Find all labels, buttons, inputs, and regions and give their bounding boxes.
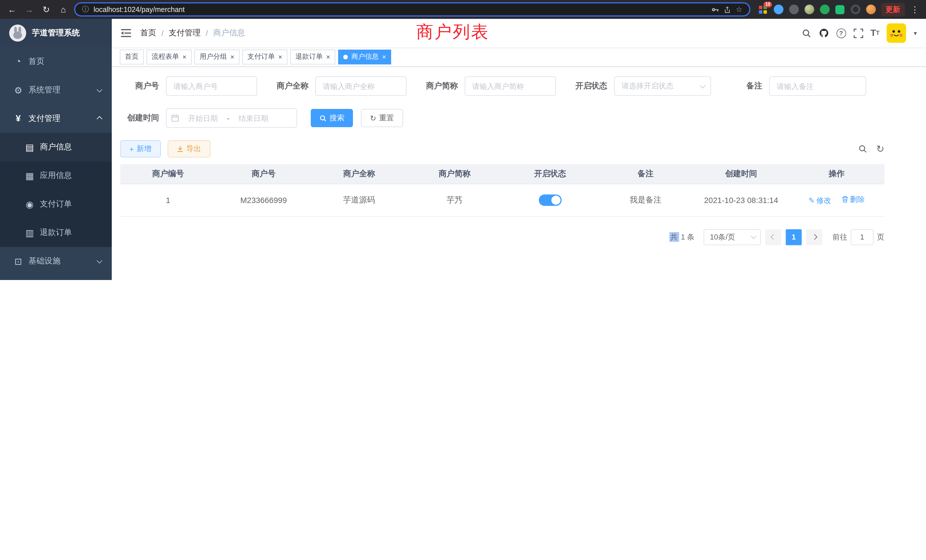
status-toggle[interactable] (539, 194, 561, 206)
merchant-short-name-input[interactable] (465, 76, 556, 96)
extension-icon[interactable] (850, 4, 861, 15)
extension-icon[interactable] (834, 4, 846, 15)
sidebar-item-dev-tools[interactable]: ⊞ 研发工具 (0, 275, 112, 280)
merchant-no-input[interactable] (166, 76, 257, 96)
cell-short-name: 芋艿 (407, 184, 502, 216)
tab-merchant-info[interactable]: 商户信息 × (338, 49, 391, 64)
tab-home[interactable]: 首页 (120, 49, 144, 64)
sidebar-item-home[interactable]: ◔ 首页 (0, 47, 112, 76)
delete-link[interactable]: 删除 (841, 194, 865, 204)
breadcrumb-item[interactable]: 首页 (140, 28, 156, 38)
pagination: 共 1 条 10条/页 1 前往 (120, 229, 884, 245)
extension-icon[interactable]: 10 (757, 4, 769, 15)
sidebar-item-system[interactable]: ⚙ 系统管理 (0, 76, 112, 104)
help-icon[interactable]: ? (836, 28, 846, 38)
back-icon[interactable]: ← (6, 3, 18, 16)
url-bar[interactable]: ⓘ localhost:1024/pay/merchant ☆ (74, 2, 750, 17)
column-header: 商户全称 (311, 164, 407, 184)
prev-page-button[interactable] (765, 229, 781, 245)
document-icon: ▥ (23, 227, 36, 238)
tab-label: 商户信息 (351, 52, 378, 62)
reset-button-label: 重置 (379, 113, 394, 123)
table-row: 1 M233666999 芋道源码 芋艿 我是备注 2021-10-23 08:… (120, 184, 884, 216)
update-button[interactable]: 更新 (881, 3, 905, 16)
cell-create-time: 2021-10-23 08:31:14 (693, 184, 789, 216)
font-size-icon[interactable]: TT (870, 29, 879, 38)
add-button[interactable]: + 新增 (120, 140, 160, 157)
sidebar-item-label: 支付管理 (29, 114, 61, 124)
tab-label: 流程表单 (152, 52, 179, 62)
date-separator: - (226, 114, 231, 122)
share-icon[interactable] (724, 5, 731, 14)
tab-user-group[interactable]: 用户分组 × (194, 49, 239, 64)
reload-icon[interactable]: ↻ (40, 3, 53, 16)
url-text: localhost:1024/pay/merchant (94, 5, 185, 14)
breadcrumb-item[interactable]: 支付管理 (169, 28, 201, 38)
extension-icon[interactable] (773, 4, 784, 15)
goto-label: 前往 (832, 232, 847, 242)
end-date-input[interactable] (231, 113, 276, 123)
goto-page-input[interactable] (851, 229, 873, 245)
status-label: 开启状态 (569, 81, 607, 91)
tab-process-form[interactable]: 流程表单 × (147, 49, 192, 64)
export-button[interactable]: 导出 (167, 140, 210, 157)
tab-refund-order[interactable]: 退款订单 × (290, 49, 335, 64)
create-time-range[interactable]: - (166, 108, 297, 128)
column-header: 创建时间 (693, 164, 789, 184)
sidebar-item-infra[interactable]: ⊡ 基础设施 (0, 247, 112, 275)
forward-icon[interactable]: → (23, 3, 35, 16)
search-button-label: 搜索 (330, 113, 344, 123)
sidebar-item-pay-order[interactable]: ◉ 支付订单 (0, 190, 112, 218)
close-icon[interactable]: × (278, 53, 282, 60)
edit-link[interactable]: ✎ 修改 (808, 195, 831, 206)
export-button-label: 导出 (186, 144, 201, 154)
password-key-icon[interactable] (711, 5, 719, 14)
reset-button[interactable]: ↻ 重置 (361, 109, 403, 127)
logo-avatar (9, 24, 26, 42)
merchant-full-name-input[interactable] (315, 76, 407, 96)
sidebar-item-payment[interactable]: ¥ 支付管理 (0, 104, 112, 133)
selected-text: 共 (669, 232, 679, 242)
close-icon[interactable]: × (183, 53, 186, 60)
goto-page: 前往 页 (832, 229, 884, 245)
sidebar-item-refund-order[interactable]: ▥ 退款订单 (0, 218, 112, 247)
start-date-input[interactable] (180, 113, 226, 123)
page-number-button[interactable]: 1 (786, 229, 802, 245)
breadcrumb-separator: / (161, 29, 163, 38)
bookmark-star-icon[interactable]: ☆ (736, 5, 742, 14)
extension-icon[interactable] (819, 4, 830, 15)
close-icon[interactable]: × (326, 53, 330, 60)
caret-down-icon[interactable]: ▾ (914, 29, 917, 37)
app-logo[interactable]: 芋道管理系统 (0, 19, 112, 47)
refresh-list-icon[interactable]: ↻ (876, 144, 885, 154)
user-avatar[interactable] (887, 23, 906, 43)
sidebar-item-merchant-info[interactable]: ▤ 商户信息 (0, 133, 112, 161)
github-icon[interactable] (819, 28, 829, 38)
delete-link-label: 删除 (850, 194, 865, 204)
remark-input[interactable] (769, 76, 866, 96)
tab-pay-order[interactable]: 支付订单 × (242, 49, 287, 64)
fullscreen-icon[interactable] (853, 28, 863, 38)
search-icon[interactable] (801, 28, 811, 38)
home-icon[interactable]: ⌂ (57, 3, 70, 16)
status-select[interactable]: 请选择开启状态 (614, 76, 711, 96)
sidebar-fold-icon[interactable] (121, 29, 131, 38)
extension-icon[interactable] (803, 4, 815, 15)
toggle-search-icon[interactable] (858, 144, 867, 153)
search-button[interactable]: 搜索 (311, 109, 353, 127)
sidebar-item-app-info[interactable]: ▦ 应用信息 (0, 161, 112, 190)
browser-menu-icon[interactable]: ⋮ (909, 4, 920, 15)
close-icon[interactable]: × (382, 53, 386, 60)
extension-icon[interactable] (788, 4, 799, 15)
sidebar-item-label: 基础设施 (29, 256, 61, 266)
tab-label: 退款订单 (295, 52, 323, 62)
breadcrumb-separator: / (206, 29, 208, 38)
close-icon[interactable]: × (230, 53, 235, 60)
next-page-button[interactable] (806, 229, 822, 245)
site-info-icon[interactable]: ⓘ (82, 5, 89, 14)
refresh-icon: ↻ (370, 114, 376, 122)
sidebar-item-label: 支付订单 (40, 199, 72, 209)
sidebar-item-label: 系统管理 (29, 85, 61, 95)
page-size-select[interactable]: 10条/页 (704, 229, 761, 245)
extension-icon[interactable] (865, 4, 876, 15)
